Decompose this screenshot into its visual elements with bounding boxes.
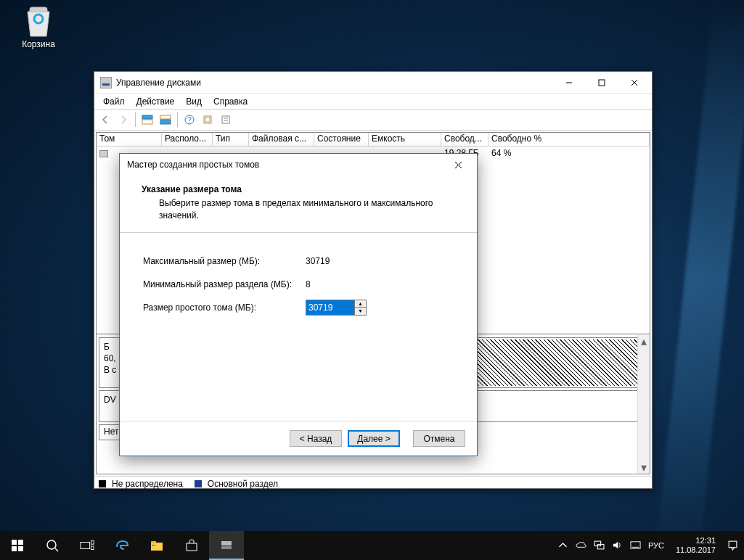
recycle-bin-icon [23,4,54,38]
volume-size-label: Размер простого тома (МБ): [137,302,297,313]
tray-network-icon[interactable] [594,540,605,552]
legend-primary: Основной раздел [208,479,278,489]
next-button[interactable]: Далее > [348,430,400,447]
svg-rect-12 [222,116,229,123]
wizard-header: Указание размера тома [142,184,459,194]
tray-time: 12:31 [676,536,716,545]
store-button[interactable] [174,531,209,560]
menu-file[interactable]: Файл [97,94,131,109]
tray-language[interactable]: РУС [648,541,664,550]
window-title: Управление дисками [116,78,201,88]
svg-line-22 [55,548,58,551]
back-button[interactable] [97,112,113,128]
search-button[interactable] [35,531,70,560]
col-freepct[interactable]: Свободно % [488,133,650,146]
svg-rect-36 [729,541,737,548]
col-volume[interactable]: Том [97,133,162,146]
min-size-value: 8 [297,279,311,289]
disk-mgmt-taskbar-button[interactable] [209,531,244,560]
col-layout[interactable]: Располо... [162,133,213,146]
toolbar: ? [94,110,652,131]
back-button[interactable]: < Назад [290,430,342,447]
tray-date: 11.08.2017 [676,545,716,555]
svg-rect-25 [91,546,94,550]
svg-rect-1 [599,80,605,86]
svg-text:?: ? [187,116,192,124]
refresh-button[interactable] [200,112,216,128]
col-type[interactable]: Тип [213,133,249,146]
svg-rect-26 [151,543,163,551]
col-fs[interactable]: Файловая с... [249,133,314,146]
tray-onedrive-icon[interactable] [576,540,586,552]
volume-size-spinbox[interactable]: ▲ ▼ [306,300,367,316]
svg-point-21 [47,540,56,549]
svg-rect-29 [187,543,197,551]
legend-unallocated: Не распределена [112,479,183,489]
svg-rect-30 [221,541,232,545]
maximize-button[interactable] [585,72,618,93]
vertical-scrollbar[interactable]: ▴ ▾ [637,335,650,474]
svg-rect-23 [81,542,90,548]
recycle-bin-label: Корзина [13,39,64,49]
legend-primary-swatch [195,480,202,487]
wizard-title: Мастер создания простых томов [127,160,259,170]
max-size-label: Максимальный размер (МБ): [137,256,297,266]
col-free[interactable]: Свобод... [441,133,488,146]
help-button[interactable]: ? [181,112,197,128]
col-capacity[interactable]: Емкость [369,133,441,146]
volume-icon [99,150,108,157]
svg-rect-19 [12,546,17,551]
tray-clock[interactable]: 12:31 11.08.2017 [671,536,720,555]
svg-rect-28 [152,545,155,546]
svg-rect-4 [142,115,152,119]
col-status[interactable]: Состояние [314,133,369,146]
tray-notifications-icon[interactable] [727,540,738,552]
volume-size-input[interactable] [306,300,355,316]
tray-ime-icon[interactable] [630,540,641,552]
svg-rect-18 [18,540,23,545]
titlebar[interactable]: Управление дисками [94,72,652,94]
svg-rect-20 [18,546,23,551]
separator [120,232,477,233]
properties-button[interactable] [218,112,234,128]
legend: Не распределена Основной раздел [94,476,652,491]
view-top-button[interactable] [139,112,155,128]
svg-rect-24 [91,541,94,545]
wizard-close-button[interactable] [443,155,473,175]
fwd-button[interactable] [115,112,131,128]
scroll-up-icon[interactable]: ▴ [638,335,650,347]
spin-down-icon[interactable]: ▼ [355,308,366,315]
svg-rect-11 [205,118,210,122]
taskview-button[interactable] [70,531,105,560]
explorer-button[interactable] [139,531,174,560]
menu-help[interactable]: Справка [208,94,253,109]
svg-rect-17 [12,540,17,545]
view-bottom-button[interactable] [158,112,173,128]
cancel-button[interactable]: Отмена [413,430,465,447]
menubar: Файл Действие Вид Справка [94,94,652,110]
svg-rect-5 [142,120,152,124]
volume-list-header: Том Располо... Тип Файловая с... Состоян… [97,133,650,147]
spin-up-icon[interactable]: ▲ [355,300,366,308]
svg-rect-27 [151,541,156,543]
min-size-label: Минимальный размер раздела (МБ): [137,279,297,289]
minimize-button[interactable] [552,72,585,93]
tray-volume-icon[interactable] [612,540,623,552]
edge-button[interactable] [105,531,139,560]
tray-chevron-up-icon[interactable] [557,540,568,552]
legend-unallocated-swatch [99,480,106,487]
close-button[interactable] [618,72,650,93]
svg-rect-6 [160,115,171,119]
start-button[interactable] [0,531,35,560]
recycle-bin[interactable]: Корзина [13,4,64,49]
max-size-value: 30719 [297,256,330,266]
menu-view[interactable]: Вид [180,94,208,109]
app-icon [100,77,112,88]
menu-action[interactable]: Действие [131,94,181,109]
scroll-down-icon[interactable]: ▾ [638,461,650,474]
cell-freepct: 64 % [488,148,650,158]
wizard-subheader: Выберите размер тома в пределах минималь… [159,197,459,222]
wizard-titlebar[interactable]: Мастер создания простых томов [120,154,477,176]
wizard-footer: < Назад Далее > Отмена [120,421,477,456]
svg-rect-31 [221,546,232,549]
